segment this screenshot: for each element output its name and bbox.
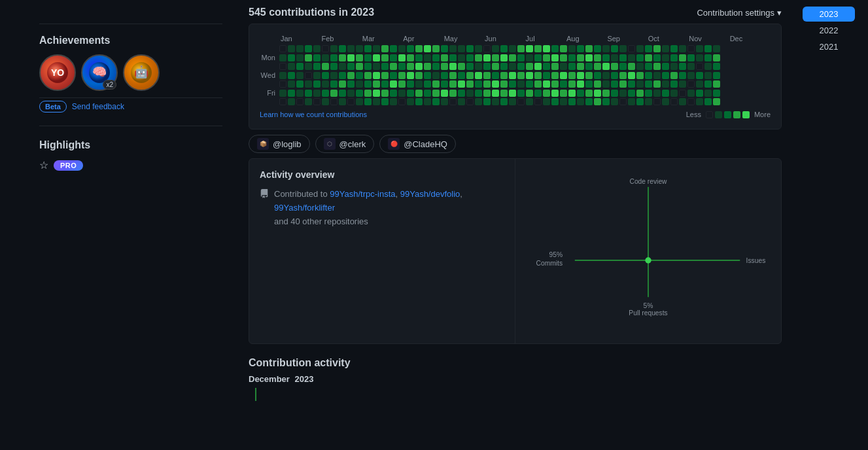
org-tab-cladehq[interactable]: 🔴 @CladeHQ [379,135,456,153]
sidebar-divider [39,24,222,24]
galaxy-badge[interactable]: 🧠 x2 [81,54,118,91]
month-feb: Feb [321,35,362,43]
achievements-title: Achievements [39,35,222,46]
activity-bar-line [249,388,782,401]
repo-icon [260,189,269,200]
achievement-badges: YO [39,54,222,91]
year-selector: 2023 2022 2021 [803,7,855,54]
legend-cell-0 [706,111,713,118]
cells-row-0 [279,45,771,52]
month-aug: Aug [566,35,607,43]
org-tab-cladehq-label: @CladeHQ [404,139,447,149]
org-tabs: 📦 @loglib ⬡ @clerk 🔴 @CladeHQ [249,130,782,158]
yolo-badge[interactable]: YO [39,54,76,91]
graph-legend: Learn how we count contributions Less Mo… [260,111,771,118]
robot-badge-circle: 🤖 [123,54,160,91]
cells-row-mon [279,54,771,61]
svg-text:5%: 5% [644,302,653,309]
graph-row-empty3 [260,80,771,88]
less-label: Less [686,111,701,118]
svg-point-8 [645,257,651,263]
send-feedback-link[interactable]: Send feedback [72,102,124,111]
month-may: May [444,35,485,43]
cells-row-fri [279,90,771,97]
graph-row-empty4 [260,98,771,105]
contributed-to-text: Contributed to [274,189,328,199]
graph-row-empty2 [260,63,771,70]
contributions-header: 545 contributions in 2023 Contribution s… [249,7,782,18]
loglib-icon: 📦 [257,138,269,150]
legend-colors: Less More [686,111,771,118]
org-tab-loglib[interactable]: 📦 @loglib [249,135,310,153]
highlights-title: Highlights [39,139,222,151]
svg-text:Issues: Issues [746,257,766,264]
contribution-settings-button[interactable]: Contribution settings ▾ [697,8,782,18]
contribution-activity-section: Contribution activity December 2023 [249,357,782,401]
contribution-activity-title: Contribution activity [249,357,782,369]
achievements-section: Achievements [39,35,222,113]
chevron-down-icon: ▾ [777,8,782,18]
year-2022-button[interactable]: 2022 [803,23,855,38]
svg-text:🧠: 🧠 [92,65,107,79]
graph-row-fri: Fri [260,89,771,97]
org-tab-clerk-label: @clerk [339,139,366,149]
activity-year-label: 2023 [295,374,314,384]
month-oct: Oct [648,35,689,43]
graph-rows: Mon [260,45,771,105]
contributions-title: 545 contributions in 2023 [249,7,374,18]
org-tab-clerk[interactable]: ⬡ @clerk [315,135,375,153]
beta-feedback-bar: Beta Send feedback [39,97,222,113]
beta-tag: Beta [39,101,67,113]
svg-text:Commits: Commits [536,260,563,267]
svg-text:Code review: Code review [629,178,667,185]
svg-text:Pull requests: Pull requests [629,309,667,317]
activity-month-label: December [249,374,290,384]
contribution-graph: Jan Feb Mar Apr May Jun Jul Aug Sep Oct … [249,24,782,130]
contrib-list: Contributed to 99Yash/trpc-insta, 99Yash… [260,188,504,228]
month-nov: Nov [689,35,729,43]
graph-row-mon: Mon [260,54,771,61]
crosshair-chart: Code review Issues 95% Commits 5% Pull r… [526,169,771,333]
pro-badge: PRO [54,160,83,171]
graph-months: Jan Feb Mar Apr May Jun Jul Aug Sep Oct … [281,35,771,43]
activity-month: December 2023 [249,374,782,384]
month-mar: Mar [362,35,403,43]
repo-link-forklifter[interactable]: 99Yash/forklifter [274,203,335,213]
cladehq-icon: 🔴 [388,138,400,150]
year-2023-button[interactable]: 2023 [803,7,855,22]
clerk-icon: ⬡ [324,138,336,150]
svg-text:YO: YO [51,67,64,78]
legend-cell-3 [733,111,740,118]
repo-link-trpc-insta[interactable]: 99Yash/trpc-insta [330,189,395,199]
cells-row-6 [279,98,771,105]
month-dec: Dec [730,35,771,43]
yolo-badge-circle: YO [39,54,76,91]
and-more-text: and 40 other repositories [274,216,368,226]
activity-overview-left: Activity overview Contributed to 99Yash/… [249,159,515,343]
star-icon: ☆ [39,159,48,171]
org-tab-loglib-label: @loglib [273,139,302,149]
sidebar: Achievements [0,0,235,450]
svg-text:95%: 95% [549,251,563,258]
graph-row-wed: Wed [260,71,771,79]
month-jul: Jul [526,35,566,43]
month-sep: Sep [607,35,648,43]
learn-contributions-link[interactable]: Learn how we count contributions [260,111,367,118]
legend-cell-2 [724,111,731,118]
month-apr: Apr [403,35,443,43]
year-2021-button[interactable]: 2021 [803,39,855,54]
activity-overview-title: Activity overview [260,169,504,180]
highlights-section: Highlights ☆ PRO [39,139,222,171]
divider-2 [39,126,222,126]
repo-link-devfolio[interactable]: 99Yash/devfolio [400,189,460,199]
highlights-item-pro: ☆ PRO [39,159,222,171]
contrib-text: Contributed to 99Yash/trpc-insta, 99Yash… [274,188,504,228]
month-jun: Jun [485,35,525,43]
main-content: 545 contributions in 2023 Contribution s… [235,0,868,450]
activity-panel: Activity overview Contributed to 99Yash/… [249,158,782,344]
month-jan: Jan [281,35,321,43]
svg-text:🤖: 🤖 [134,65,149,79]
cells-row-2 [279,63,771,70]
more-label: More [754,111,771,118]
robot-badge[interactable]: 🤖 [123,54,160,91]
